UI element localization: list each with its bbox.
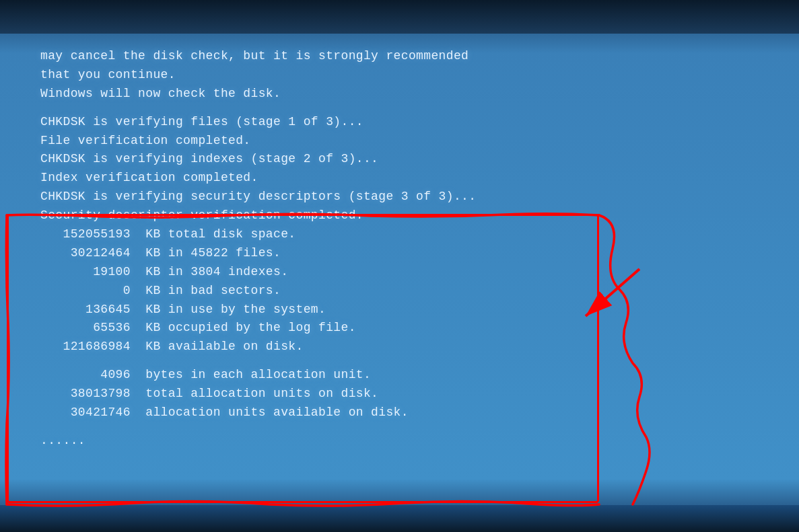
terminal-line: Security descriptor verification complet… <box>40 206 759 225</box>
terminal-line: Windows will now check the disk. <box>40 85 759 104</box>
terminal-line: 0 KB in bad sectors. <box>40 282 759 301</box>
terminal-line: 121686984 KB available on disk. <box>40 338 759 356</box>
bottom-bar <box>0 505 799 532</box>
terminal-line: 19100 KB in 3804 indexes. <box>40 263 759 282</box>
terminal-line: that you continue. <box>40 66 759 85</box>
terminal-line: may cancel the disk check, but it is str… <box>40 47 759 66</box>
terminal-line: CHKDSK is verifying files (stage 1 of 3)… <box>40 113 759 132</box>
terminal-line: ...... <box>40 432 759 451</box>
terminal-line <box>40 356 759 366</box>
terminal-line: 30421746 allocation units available on d… <box>40 404 759 422</box>
terminal-line: File verification completed. <box>40 132 759 151</box>
terminal-line: 65536 KB occupied by the log file. <box>40 319 759 338</box>
terminal-line: 4096 bytes in each allocation unit. <box>40 366 759 385</box>
terminal-line: Index verification completed. <box>40 169 759 188</box>
terminal-line: 152055193 KB total disk space. <box>40 225 759 244</box>
screen: may cancel the disk check, but it is str… <box>0 0 799 532</box>
terminal-line: CHKDSK is verifying indexes (stage 2 of … <box>40 150 759 169</box>
terminal-line: 30212464 KB in 45822 files. <box>40 244 759 263</box>
terminal-line <box>40 422 759 432</box>
top-bar <box>0 0 799 34</box>
terminal-line <box>40 104 759 113</box>
terminal-line: 38013798 total allocation units on disk. <box>40 385 759 404</box>
terminal-line: 136645 KB in use by the system. <box>40 301 759 319</box>
terminal-line: CHKDSK is verifying security descriptors… <box>40 188 759 206</box>
content-area: may cancel the disk check, but it is str… <box>0 34 799 505</box>
terminal-output: may cancel the disk check, but it is str… <box>40 47 759 451</box>
